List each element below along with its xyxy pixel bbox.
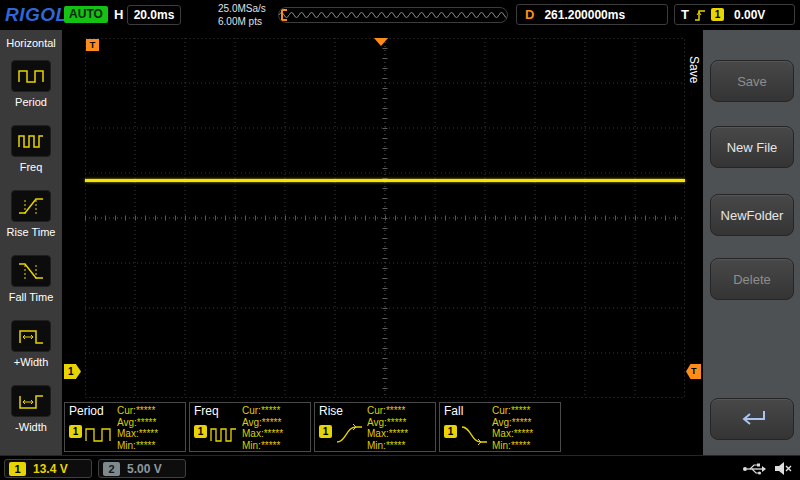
min-label: Min: xyxy=(492,440,511,451)
sidebar-item-label: Freq xyxy=(0,161,62,173)
sidebar-item-period[interactable]: Period xyxy=(0,60,62,108)
max-label: Max: xyxy=(117,428,139,439)
avg-label: Avg: xyxy=(242,417,262,428)
max-value: ***** xyxy=(139,428,158,439)
measurement-values: Cur:***** Avg:***** Max:***** Min:***** xyxy=(492,405,533,451)
measurement-box-period[interactable]: Period 1 Cur:***** Avg:***** Max:***** M… xyxy=(64,402,186,452)
cur-value: ***** xyxy=(511,405,530,416)
freq-icon xyxy=(17,129,45,153)
memory-depth: 6.00M pts xyxy=(218,16,262,27)
cur-label: Cur: xyxy=(242,405,261,416)
graticule-grid xyxy=(85,38,685,398)
trigger-readout[interactable]: T 1 0.00V xyxy=(674,4,795,25)
delay-label: D xyxy=(525,7,534,22)
sidebar-item-label: +Width xyxy=(0,356,62,368)
top-status-bar: RIGOL AUTO H 20.0ms 25.0MSa/s 6.00M pts … xyxy=(0,0,800,30)
min-value: ***** xyxy=(511,440,530,451)
avg-label: Avg: xyxy=(117,417,137,428)
channel1-status[interactable]: 1 13.4 V xyxy=(4,459,92,478)
cur-value: ***** xyxy=(136,405,155,416)
cur-label: Cur: xyxy=(367,405,386,416)
grid-icon xyxy=(85,38,685,398)
memory-waveform-icon xyxy=(279,8,507,22)
new-folder-button[interactable]: NewFolder xyxy=(710,194,794,236)
freq-meas-icon xyxy=(210,421,238,447)
measurement-name: Rise xyxy=(319,404,343,418)
channel-badge: 1 xyxy=(444,425,457,438)
measurement-values: Cur:***** Avg:***** Max:***** Min:***** xyxy=(242,405,283,451)
sidebar-item-label: Fall Time xyxy=(0,291,62,303)
trigger-level-marker[interactable]: T xyxy=(686,364,701,379)
measurement-name: Freq xyxy=(194,404,219,418)
channel2-scale: 5.00 V xyxy=(127,462,162,476)
trigger-position-marker[interactable] xyxy=(374,38,388,46)
avg-value: ***** xyxy=(387,417,406,428)
avg-value: ***** xyxy=(262,417,281,428)
max-label: Max: xyxy=(492,428,514,439)
trigger-status-marker: T xyxy=(86,39,99,51)
channel2-badge: 2 xyxy=(103,462,120,476)
rise-meas-icon xyxy=(335,421,363,447)
horizontal-label: H xyxy=(114,7,123,22)
sidebar-item-label: -Width xyxy=(0,421,62,433)
max-value: ***** xyxy=(389,428,408,439)
run-status-badge[interactable]: AUTO xyxy=(64,6,108,23)
sidebar-item-label: Period xyxy=(0,96,62,108)
max-label: Max: xyxy=(367,428,389,439)
channel1-badge: 1 xyxy=(9,462,26,476)
channel1-scale: 13.4 V xyxy=(33,462,68,476)
measurement-name: Fall xyxy=(444,404,463,418)
sidebar-item-freq[interactable]: Freq xyxy=(0,125,62,173)
period-meas-icon xyxy=(85,421,113,447)
back-button[interactable] xyxy=(710,398,794,440)
min-value: ***** xyxy=(136,440,155,451)
period-icon xyxy=(17,64,45,88)
delay-readout[interactable]: D 261.200000ms xyxy=(516,4,668,25)
sample-rate: 25.0MSa/s xyxy=(218,3,266,14)
channel-badge: 1 xyxy=(69,425,82,438)
channel2-status[interactable]: 2 5.00 V xyxy=(98,459,186,478)
waveform-display: T 1 xyxy=(62,30,686,455)
trigger-label: T xyxy=(681,7,689,22)
measurement-box-rise[interactable]: Rise 1 Cur:***** Avg:***** Max:***** Min… xyxy=(314,402,436,452)
max-value: ***** xyxy=(514,428,533,439)
max-label: Max: xyxy=(242,428,264,439)
sidebar-title: Horizontal xyxy=(0,37,62,49)
plus-width-icon xyxy=(17,324,45,348)
delete-button[interactable]: Delete xyxy=(710,258,794,300)
new-file-button[interactable]: New File xyxy=(710,126,794,168)
channel-status-bar: 1 13.4 V 2 5.00 V xyxy=(0,455,800,480)
timebase-value[interactable]: 20.0ms xyxy=(127,5,181,25)
minus-width-icon xyxy=(17,389,45,413)
measurement-box-fall[interactable]: Fall 1 Cur:***** Avg:***** Max:***** Min… xyxy=(439,402,561,452)
min-label: Min: xyxy=(367,440,386,451)
cur-label: Cur: xyxy=(117,405,136,416)
channel-badge: 1 xyxy=(319,425,332,438)
cur-value: ***** xyxy=(386,405,405,416)
max-value: ***** xyxy=(264,428,283,439)
avg-label: Avg: xyxy=(367,417,387,428)
softkey-menu-panel: Save New File NewFolder Delete xyxy=(703,30,800,455)
waveform-memory-bar[interactable] xyxy=(278,7,508,23)
sidebar-item-minus-width[interactable]: -Width xyxy=(0,385,62,433)
fall-time-icon xyxy=(17,259,45,283)
speaker-icon xyxy=(774,460,792,477)
min-label: Min: xyxy=(117,440,136,451)
cur-label: Cur: xyxy=(492,405,511,416)
trigger-edge-icon xyxy=(693,8,707,22)
rise-time-icon xyxy=(17,194,45,218)
trigger-source-badge: 1 xyxy=(711,8,724,21)
measurement-values: Cur:***** Avg:***** Max:***** Min:***** xyxy=(367,405,408,451)
measurement-box-freq[interactable]: Freq 1 Cur:***** Avg:***** Max:***** Min… xyxy=(189,402,311,452)
min-label: Min: xyxy=(242,440,261,451)
sidebar-item-plus-width[interactable]: +Width xyxy=(0,320,62,368)
delay-value: 261.200000ms xyxy=(544,8,625,22)
return-arrow-icon xyxy=(734,407,770,431)
sidebar-item-fall-time[interactable]: Fall Time xyxy=(0,255,62,303)
sidebar-item-rise-time[interactable]: Rise Time xyxy=(0,190,62,238)
avg-value: ***** xyxy=(137,417,156,428)
channel1-offset-marker[interactable]: 1 xyxy=(64,364,81,379)
measurement-name: Period xyxy=(69,404,104,418)
save-button[interactable]: Save xyxy=(710,60,794,102)
usb-icon xyxy=(742,461,766,476)
